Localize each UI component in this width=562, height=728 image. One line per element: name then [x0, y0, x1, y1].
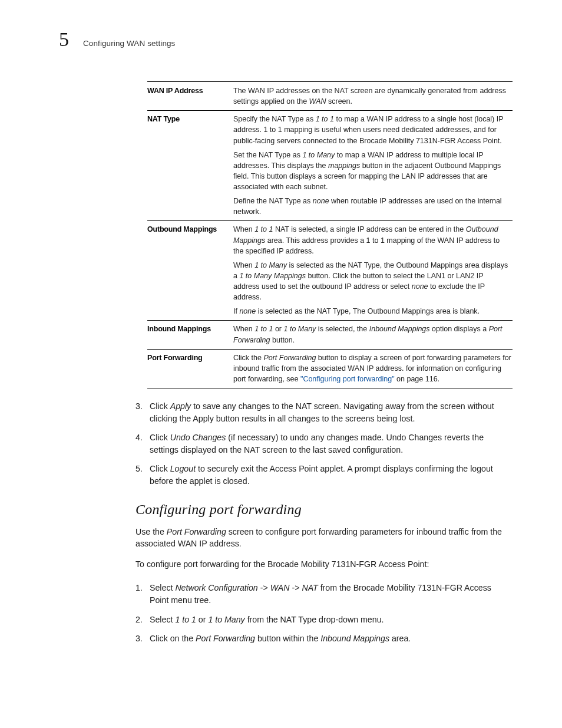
emphasis: Port Forwarding [196, 634, 255, 643]
emphasis: WAN [309, 97, 326, 106]
table-row: WAN IP AddressThe WAN IP addresses on th… [147, 82, 513, 110]
section-heading: Configuring port forwarding [135, 502, 509, 518]
step-number: 2. [135, 614, 150, 626]
emphasis: 1 to Many [208, 615, 244, 624]
emphasis: none [313, 197, 329, 205]
step-number: 4. [135, 431, 150, 456]
list-item: 4.Click Undo Changes (if necessary) to u… [135, 431, 513, 456]
paragraph: When 1 to Many is selected as the NAT Ty… [233, 260, 511, 303]
emphasis: NAT [302, 583, 318, 592]
step-number: 3. [135, 633, 150, 645]
term-label: NAT Type [147, 114, 233, 217]
running-head: Configuring WAN settings [83, 39, 175, 48]
emphasis: none [412, 282, 428, 291]
emphasis: Apply [170, 401, 191, 411]
emphasis: Port Forwarding [263, 354, 316, 362]
term-label: WAN IP Address [147, 85, 233, 107]
chapter-number: 5 [59, 29, 69, 50]
emphasis: 1 to 1 [175, 615, 196, 624]
term-description: When 1 to 1 or 1 to Many is selected, th… [233, 324, 513, 345]
term-description: Click the Port Forwarding button to disp… [233, 353, 513, 384]
step-number: 1. [135, 582, 150, 606]
paragraph: Click the Port Forwarding button to disp… [233, 353, 511, 384]
emphasis: Undo Changes [170, 433, 226, 442]
cross-reference-link[interactable]: "Configuring port forwarding" [300, 375, 395, 383]
list-item: 3.Click Apply to save any changes to the… [135, 400, 513, 424]
paragraph: Use the Port Forwarding screen to config… [135, 526, 513, 550]
page: 5 Configuring WAN settings WAN IP Addres… [0, 0, 562, 694]
emphasis: 1 to 1 [316, 115, 334, 123]
list-item: 5.Click Logout to securely exit the Acce… [135, 463, 513, 487]
paragraph: If none is selected as the NAT Type, The… [233, 306, 511, 317]
term-label: Inbound Mappings [147, 324, 233, 345]
step-list-2: 1.Select Network Configuration -> WAN ->… [135, 582, 513, 644]
step-body: Click Apply to save any changes to the N… [150, 400, 513, 424]
list-item: 3.Click on the Port Forwarding button wi… [135, 633, 513, 645]
paragraph: To configure port forwarding for the Bro… [135, 558, 513, 571]
term-description: Specify the NAT Type as 1 to 1 to map a … [233, 114, 513, 217]
term-label: Outbound Mappings [147, 224, 233, 317]
table-row: Port ForwardingClick the Port Forwarding… [147, 349, 513, 388]
step-body: Select Network Configuration -> WAN -> N… [150, 582, 513, 606]
emphasis: 1 to Many [254, 261, 287, 269]
emphasis: none [239, 307, 256, 315]
step-number: 3. [135, 400, 150, 424]
step-body: Click Undo Changes (if necessary) to und… [150, 431, 513, 456]
emphasis: Port Forwarding [167, 527, 226, 536]
step-list-1: 3.Click Apply to save any changes to the… [135, 400, 513, 487]
section-intro: Use the Port Forwarding screen to config… [59, 526, 509, 571]
list-item: 2.Select 1 to 1 or 1 to Many from the NA… [135, 614, 513, 626]
paragraph: The WAN IP addresses on the NAT screen a… [233, 85, 511, 107]
page-header: 5 Configuring WAN settings [59, 29, 509, 50]
term-description: When 1 to 1 NAT is selected, a single IP… [233, 224, 513, 317]
definition-table: WAN IP AddressThe WAN IP addresses on th… [147, 81, 513, 388]
emphasis: 1 to 1 [254, 225, 273, 233]
table-row: Inbound MappingsWhen 1 to 1 or 1 to Many… [147, 320, 513, 348]
list-item: 1.Select Network Configuration -> WAN ->… [135, 582, 513, 606]
step-body: Select 1 to 1 or 1 to Many from the NAT … [150, 614, 513, 626]
emphasis: 1 to Many Mappings [239, 272, 306, 280]
emphasis: mappings [328, 162, 360, 170]
paragraph: Define the NAT Type as none when routabl… [233, 196, 511, 217]
emphasis: Inbound Mappings [369, 325, 430, 333]
table-row: Outbound MappingsWhen 1 to 1 NAT is sele… [147, 220, 513, 320]
term-label: Port Forwarding [147, 353, 233, 384]
paragraph: When 1 to 1 NAT is selected, a single IP… [233, 224, 511, 256]
emphasis: Logout [170, 464, 196, 473]
paragraph: When 1 to 1 or 1 to Many is selected, th… [233, 324, 511, 345]
emphasis: 1 to Many [283, 325, 316, 333]
emphasis: WAN [270, 583, 290, 592]
paragraph: Specify the NAT Type as 1 to 1 to map a … [233, 114, 511, 146]
paragraph: Set the NAT Type as 1 to Many to map a W… [233, 150, 511, 193]
emphasis: Network Configuration [175, 583, 257, 592]
emphasis: 1 to Many [302, 151, 335, 159]
term-description: The WAN IP addresses on the NAT screen a… [233, 85, 513, 107]
step-body: Click on the Port Forwarding button with… [150, 633, 513, 645]
emphasis: Inbound Mappings [320, 634, 389, 643]
table-row: NAT TypeSpecify the NAT Type as 1 to 1 t… [147, 110, 513, 220]
step-body: Click Logout to securely exit the Access… [150, 463, 513, 487]
step-number: 5. [135, 463, 150, 487]
emphasis: 1 to 1 [254, 325, 273, 333]
